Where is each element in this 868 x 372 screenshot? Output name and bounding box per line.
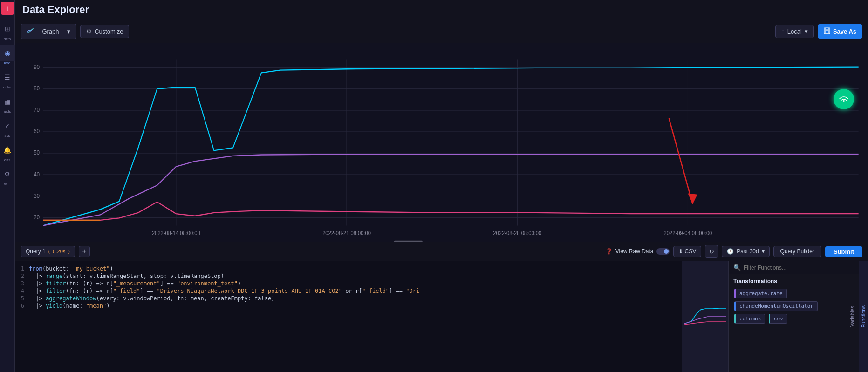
- save-as-button[interactable]: Save As: [818, 24, 862, 39]
- svg-text:70: 70: [34, 107, 40, 114]
- sidebar-item-explore[interactable]: ◉ lore: [0, 43, 15, 67]
- code-line-3: 3 |> filter(fn: (r) => r["_measurement"]…: [15, 280, 682, 287]
- view-raw-data-button[interactable]: ❓ View Raw Data: [606, 248, 670, 255]
- svg-rect-29: [394, 241, 423, 242]
- exec-time: (: [48, 249, 50, 254]
- fn-chip-columns[interactable]: columns: [734, 314, 765, 324]
- code-line-2: 2 |> range(start: v.timeRangeStart, stop…: [15, 272, 682, 280]
- svg-text:2022-08-21 08:00:00: 2022-08-21 08:00:00: [322, 230, 371, 237]
- chart-svg: 90 80 70 60 50 40 30 20 2022-08-14 08:00…: [15, 43, 868, 242]
- sidebar-item-data[interactable]: ⊞ data: [0, 19, 15, 43]
- svg-text:2022-08-14 08:00:00: 2022-08-14 08:00:00: [152, 230, 200, 237]
- graph-dropdown-button[interactable]: Graph ▾: [21, 24, 76, 39]
- refresh-button[interactable]: ↻: [705, 245, 718, 258]
- refresh-icon: ↻: [709, 248, 714, 255]
- functions-panel: 🔍 Transformations aggregate.rate chandeM…: [728, 261, 859, 372]
- query-toolbar: Query 1 ( 0.20s ) + ❓ View Raw Data ⬇ CS…: [15, 242, 868, 261]
- query-preview-thumb: [682, 261, 728, 372]
- fn-chip-aggregate-rate[interactable]: aggregate.rate: [734, 289, 787, 298]
- add-query-button[interactable]: +: [79, 246, 90, 257]
- query-body: 1 from(bucket: "my-bucket") 2 |> range(s…: [15, 261, 868, 372]
- query-builder-button[interactable]: Query Builder: [773, 246, 821, 257]
- filter-functions-container: 🔍: [729, 261, 859, 274]
- graph-label: Graph: [42, 28, 59, 35]
- svg-text:90: 90: [34, 64, 40, 71]
- sidebar-item-books[interactable]: ☰ ooks: [0, 67, 15, 91]
- fn-chip-chandemomentum[interactable]: chandeMomentumOscillator: [734, 301, 818, 311]
- tab-functions[interactable]: Functions: [859, 302, 868, 331]
- svg-text:2022-08-28 08:00:00: 2022-08-28 08:00:00: [493, 230, 541, 237]
- chevron-down-icon: ▾: [67, 28, 70, 35]
- page-header: Data Explorer: [15, 0, 868, 20]
- help-icon: ❓: [606, 248, 613, 255]
- tab-variables[interactable]: Variables: [847, 302, 857, 331]
- time-range-dropdown[interactable]: 🕐 Past 30d ▾: [722, 246, 769, 257]
- upload-icon: ↑: [781, 28, 785, 35]
- search-icon: 🔍: [733, 264, 741, 271]
- download-icon: ⬇: [678, 248, 683, 255]
- filter-functions-input[interactable]: [744, 264, 854, 271]
- code-line-4: 4 |> filter(fn: (r) => r["_field"] == "D…: [15, 287, 682, 295]
- svg-line-27: [669, 118, 693, 204]
- svg-text:60: 60: [34, 128, 40, 135]
- sidebar: i ⊞ data ◉ lore ☰ ooks ▦ ards ✓ sks 🔔 er…: [0, 0, 15, 372]
- customize-button[interactable]: ⚙ Customize: [80, 25, 129, 38]
- code-editor[interactable]: 1 from(bucket: "my-bucket") 2 |> range(s…: [15, 261, 682, 372]
- local-dropdown-button[interactable]: ↑ Local ▾: [775, 25, 814, 38]
- functions-content: Transformations aggregate.rate chandeMom…: [729, 274, 859, 372]
- code-line-5: 5 |> aggregateWindow(every: v.windowPeri…: [15, 295, 682, 302]
- app-logo[interactable]: i: [1, 2, 14, 15]
- wifi-button[interactable]: [834, 89, 854, 109]
- query-tab-label: Query 1: [26, 248, 46, 255]
- query-tab-1[interactable]: Query 1 ( 0.20s ): [21, 246, 75, 257]
- code-line-1: 1 from(bucket: "my-bucket"): [15, 265, 682, 272]
- transformations-label: Transformations: [733, 278, 854, 284]
- side-tab-panel: Functions Variables: [859, 261, 868, 372]
- svg-text:20: 20: [34, 214, 40, 221]
- svg-marker-28: [688, 193, 697, 204]
- clock-icon: 🕐: [727, 248, 734, 255]
- svg-text:80: 80: [34, 85, 40, 92]
- sidebar-item-settings[interactable]: ⚙ tin...: [0, 164, 15, 188]
- sidebar-item-boards[interactable]: ▦ ards: [0, 91, 15, 115]
- chevron-down-icon-local: ▾: [805, 28, 808, 35]
- fn-chip-cov[interactable]: cov: [769, 314, 787, 324]
- svg-text:30: 30: [34, 192, 40, 199]
- submit-button[interactable]: Submit: [825, 246, 862, 257]
- csv-button[interactable]: ⬇ CSV: [673, 246, 702, 257]
- save-icon: [824, 27, 830, 35]
- main-content: Data Explorer Graph ▾ ⚙ Customize ↑ Loca…: [15, 0, 868, 372]
- svg-text:50: 50: [34, 149, 40, 156]
- chevron-down-icon-time: ▾: [762, 248, 765, 255]
- svg-text:2022-09-04 08:00:00: 2022-09-04 08:00:00: [664, 230, 712, 237]
- gear-icon: ⚙: [86, 28, 92, 35]
- code-line-6: 6 |> yield(name: "mean"): [15, 302, 682, 310]
- wifi-icon: [839, 94, 849, 104]
- sidebar-item-tasks[interactable]: ✓ sks: [0, 115, 15, 140]
- main-toolbar: Graph ▾ ⚙ Customize ↑ Local ▾ Save As: [15, 20, 868, 43]
- graph-icon: [27, 27, 34, 36]
- svg-text:40: 40: [34, 171, 40, 178]
- view-raw-toggle[interactable]: [656, 248, 670, 255]
- query-panel: Query 1 ( 0.20s ) + ❓ View Raw Data ⬇ CS…: [15, 242, 868, 372]
- chart-wrapper: 90 80 70 60 50 40 30 20 2022-08-14 08:00…: [15, 43, 868, 242]
- page-title: Data Explorer: [22, 4, 861, 16]
- svg-rect-1: [825, 31, 829, 33]
- sidebar-item-alerts[interactable]: 🔔 erts: [0, 140, 15, 164]
